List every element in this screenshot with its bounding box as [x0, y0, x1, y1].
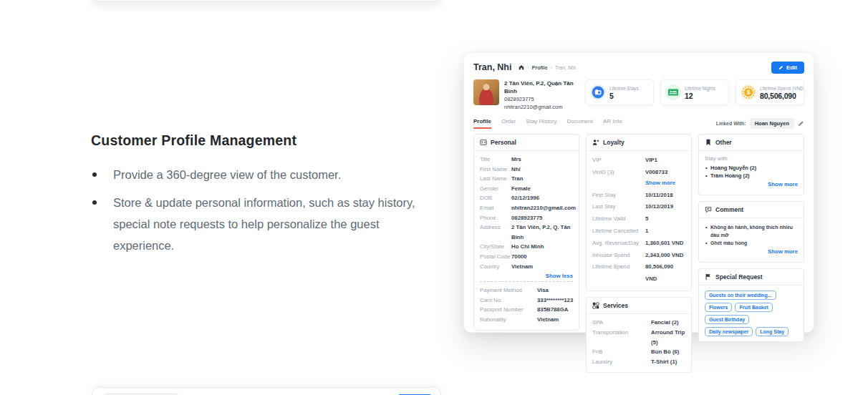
show-more-link[interactable]: Show more: [705, 181, 798, 187]
comment-icon: [705, 206, 712, 213]
field-label: City/State: [480, 242, 511, 252]
personal-panel-header: Personal: [474, 135, 579, 151]
field-row: Last Name Tran: [480, 174, 573, 184]
field-row: VinID (3) V008733 Show more: [592, 167, 685, 190]
panel-title: Special Request: [715, 273, 763, 281]
field-value: 835B788GA: [537, 305, 568, 315]
stat-lifetime-spend: $ Lifetime Spend (VND) 80,506,090: [736, 79, 804, 105]
field-value: 10/12/2019: [645, 201, 673, 213]
field-label: Payment Method: [480, 286, 537, 296]
field-value: Mrs: [511, 155, 521, 165]
services-panel-header: Services: [587, 298, 691, 314]
special-request-tag[interactable]: Daily newspaper: [705, 327, 753, 336]
field-value: 70000: [511, 252, 527, 262]
field-label: First Stay: [592, 190, 645, 202]
linked-with: Linked With: Hoan Nguyen: [716, 118, 804, 129]
tab-stay-history[interactable]: Stay History: [526, 118, 556, 129]
field-value: 02/12/1996: [511, 193, 539, 203]
stat-label: Lifetime Nights: [685, 85, 715, 92]
linked-with-value[interactable]: Hoan Nguyen: [750, 118, 794, 129]
comment-panel-header: Comment: [699, 202, 804, 218]
special-request-tag[interactable]: Guest Birthday: [705, 315, 749, 324]
breadcrumb-separator: ›: [551, 65, 552, 70]
loyalty-member-icon: [592, 139, 599, 146]
field-row: Email nhitran2210@gmail.com: [480, 203, 573, 213]
field-label: Passport Number: [480, 305, 537, 315]
field-value: nhitran2210@gmail.com: [511, 203, 576, 213]
svg-text:$: $: [747, 89, 751, 96]
field-label: VIP: [592, 155, 645, 167]
stay-with-label: Stay with: [705, 155, 798, 162]
loyalty-panel: Loyalty VIP VIP1: [586, 134, 692, 291]
next-section-card-edge: [92, 387, 441, 395]
home-icon[interactable]: [519, 64, 524, 70]
panel-title: Other: [715, 139, 732, 146]
panel-title: Personal: [491, 139, 516, 146]
field-label: Lifetime Spend: [592, 261, 645, 286]
breadcrumb: › Profile › Tran, Nhi: [519, 64, 575, 70]
guest-name-title: Tran, Nhi: [473, 62, 511, 72]
personal-fields: Title Mrs First Name Nhi Last Name: [480, 155, 573, 271]
field-label: Laundry: [592, 357, 651, 367]
field-row: Phone 0828923775: [480, 213, 573, 223]
guest-avatar: [473, 79, 499, 105]
linked-with-edit-icon[interactable]: [798, 120, 804, 127]
field-label: Last Stay: [592, 201, 645, 213]
field-label: Avg. Revenue/Day: [592, 238, 645, 250]
comment-panel: Comment Không ăn hành, không thích nhiều…: [698, 201, 804, 263]
field-value: V008733: [645, 167, 675, 179]
field-value: 333********123: [537, 296, 573, 306]
field-label: DOB: [480, 193, 511, 203]
payment-fields: Payment Method Visa Card No. 333********…: [480, 286, 573, 324]
guest-phone: 0828923775: [504, 95, 585, 103]
field-label: VinID (3): [592, 167, 645, 190]
field-row: SPA Fancial (2): [592, 318, 685, 328]
guest-address: 2 Tân Viên, P.2, Quận Tân Bình: [504, 79, 585, 95]
show-more-link[interactable]: Show more: [705, 248, 798, 255]
tab-order[interactable]: Order: [501, 118, 516, 129]
breadcrumb-profile[interactable]: Profile: [532, 65, 548, 70]
edit-button[interactable]: Edit: [771, 62, 804, 74]
column-personal: Personal Title Mrs First Name: [473, 134, 579, 373]
field-value: 2,343,000 VND: [645, 250, 683, 262]
tab-document[interactable]: Document: [566, 118, 592, 129]
field-label: Country: [480, 262, 511, 272]
field-row: First Name Nhi: [480, 165, 573, 175]
show-more-link[interactable]: Show more: [645, 179, 675, 187]
feature-bullet-list: Provide a 360-degree view of the custome…: [91, 164, 435, 256]
stays-icon: [590, 84, 606, 100]
special-request-tag[interactable]: Guests on their wedding...: [705, 291, 776, 300]
id-card-icon: [480, 139, 487, 146]
stay-with-item: Trâm Hoàng (2): [705, 172, 798, 180]
field-label: Address: [480, 223, 511, 242]
field-label: Last Name: [480, 174, 511, 184]
special-request-panel: Special Request Guests on their wedding.…: [698, 268, 804, 342]
field-row: VIP VIP1: [592, 155, 685, 167]
field-row: Postal Code 70000: [480, 252, 573, 262]
field-value: Female: [511, 184, 531, 194]
stat-value: 80,506,090: [760, 92, 804, 100]
column-loyalty-services: Loyalty VIP VIP1: [586, 134, 692, 373]
special-request-tag[interactable]: Fruit Basket: [735, 303, 772, 312]
stay-with-item: Hoàng Nguyễn (2): [705, 164, 798, 172]
tab-bar: Profile Order Stay History Document AR I…: [473, 117, 804, 129]
field-row: Card No. 333********123: [480, 296, 573, 306]
field-row: Transportation Arround Trip (5): [592, 328, 685, 348]
flag-icon: [705, 273, 712, 281]
special-request-tag[interactable]: Long Stay: [756, 327, 789, 336]
tab-profile[interactable]: Profile: [473, 118, 491, 129]
feature-section: Customer Profile Management Provide a 36…: [91, 132, 453, 263]
special-request-tag[interactable]: Flowers: [705, 303, 732, 312]
field-label: Lifetime Valid: [592, 213, 645, 225]
stat-value: 12: [685, 92, 715, 100]
special-request-tags: Guests on their wedding...FlowersFruit B…: [705, 289, 798, 336]
panel-title: Services: [603, 302, 628, 309]
field-row: City/State Ho Chi Minh: [480, 242, 573, 252]
other-panel: Other Stay with Hoàng Nguyễn (2)Trâm Hoà…: [698, 134, 804, 195]
field-value: Ho Chi Minh: [511, 242, 544, 252]
profile-content: Personal Title Mrs First Name: [473, 134, 804, 373]
stay-with-list: Hoàng Nguyễn (2)Trâm Hoàng (2): [705, 164, 798, 180]
show-less-link[interactable]: Show less: [480, 273, 573, 279]
field-value: Vietnam: [537, 315, 559, 325]
tab-ar-info[interactable]: AR Info: [603, 118, 622, 129]
